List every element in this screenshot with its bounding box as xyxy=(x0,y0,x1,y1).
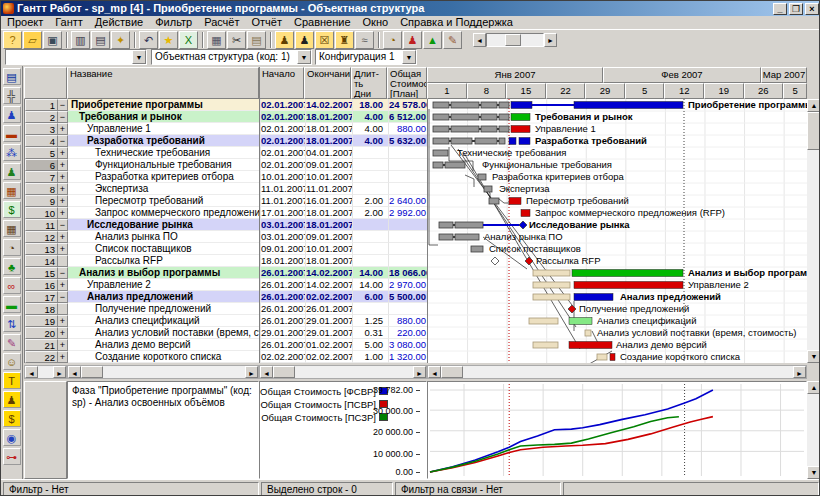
collapse-icon[interactable]: − xyxy=(58,291,68,303)
scroll-down-icon[interactable]: ▼ xyxy=(807,466,820,479)
row-number[interactable]: 14 xyxy=(25,255,58,267)
table-row[interactable]: 2−Требования и рынок02.01.200718.01.2007… xyxy=(25,111,428,123)
toolbar-scroller[interactable]: ◄► xyxy=(473,33,557,47)
expand-icon[interactable]: + xyxy=(58,339,68,351)
scrollbar-thumb[interactable] xyxy=(441,366,463,378)
executor-cost-button[interactable]: ♜ xyxy=(335,31,354,49)
task-name[interactable]: Разработка критериев отбора xyxy=(68,171,260,183)
expand-icon[interactable]: + xyxy=(58,243,68,255)
table-row[interactable]: 19+Анализ спецификаций26.01.200729.01.20… xyxy=(25,315,428,327)
expand-icon[interactable]: + xyxy=(58,327,68,339)
task-name[interactable]: Пересмотр требований xyxy=(68,195,260,207)
executors-cross-button[interactable]: ☒ xyxy=(315,31,334,49)
copy-button[interactable]: ▦ xyxy=(207,31,226,49)
dates-hscrollbar[interactable]: ◄► xyxy=(259,365,427,379)
scroll-left-icon[interactable]: ◄ xyxy=(473,33,486,47)
gantt-hscrollbar[interactable]: ◄► xyxy=(427,365,807,379)
task-name[interactable]: Анализ предложений xyxy=(68,291,260,303)
table-row[interactable]: 17−Анализ предложений26.01.200702.02.200… xyxy=(25,291,428,303)
scroll-track[interactable] xyxy=(486,33,544,47)
expand-icon[interactable]: + xyxy=(58,171,68,183)
task-name[interactable]: Управление 2 xyxy=(68,279,260,291)
row-number[interactable]: 5 xyxy=(25,147,58,159)
task-name[interactable]: Исследование рынка xyxy=(68,219,260,231)
row-number[interactable]: 6 xyxy=(25,159,58,171)
expand-icon[interactable]: + xyxy=(58,207,68,219)
expand-icon[interactable]: + xyxy=(58,147,68,159)
row-number[interactable]: 12 xyxy=(25,231,58,243)
row-number[interactable]: 2 xyxy=(25,111,58,123)
show-executors-button[interactable]: ♟ xyxy=(295,31,314,49)
works-icon[interactable]: ▬ xyxy=(3,125,21,142)
collapse-icon[interactable]: − xyxy=(58,135,68,147)
title-bar[interactable]: Гантт Работ - sp_mp [4] - Приобретение п… xyxy=(1,1,820,16)
scrollbar-thumb[interactable] xyxy=(81,366,103,378)
chain-icon[interactable]: ∞ xyxy=(3,277,21,294)
task-name[interactable]: Анализ демо версий xyxy=(68,339,260,351)
menu-item-действие[interactable]: Действие xyxy=(89,16,149,29)
materials-icon[interactable]: ▦ xyxy=(3,182,21,199)
edit-notes-icon[interactable]: ✎ xyxy=(3,334,21,351)
scrollbar-thumb[interactable] xyxy=(273,366,295,378)
task-name[interactable]: Рассылка RFP xyxy=(68,255,260,267)
people-circle-icon[interactable]: ♟ xyxy=(3,391,21,408)
expand-icon[interactable]: + xyxy=(58,159,68,171)
row-number[interactable]: 17 xyxy=(25,291,58,303)
table-row[interactable]: 15−Анализ и выбор программы26.01.200714.… xyxy=(25,267,428,279)
table-row[interactable]: 7+Разработка критериев отбора10.01.20071… xyxy=(25,171,428,183)
scroll-right-icon[interactable]: ► xyxy=(544,33,557,47)
dice-icon[interactable]: ☺ xyxy=(3,353,21,370)
scroll-up-icon[interactable]: ▲ xyxy=(807,99,820,112)
duration-column-header[interactable]: Длит-ть Дни [План] xyxy=(351,67,387,99)
cost-column-header[interactable]: Общая Стоимость [План] xyxy=(387,67,427,99)
close-button[interactable]: × xyxy=(805,3,819,15)
table-row[interactable]: 14Рассылка RFP18.01.200718.01.2007 xyxy=(25,255,428,267)
undo-button[interactable]: ↶ xyxy=(139,31,158,49)
configuration-select[interactable]: Конфигурация 1▼ xyxy=(315,49,417,65)
row-number[interactable]: 3 xyxy=(25,123,58,135)
table-row[interactable]: 6+Функциональные требования02.01.200709.… xyxy=(25,159,428,171)
filter-circle-icon[interactable]: T xyxy=(3,372,21,389)
expand-icon[interactable]: + xyxy=(58,183,68,195)
start-column-header[interactable]: Начало xyxy=(259,67,304,99)
collapse-icon[interactable]: − xyxy=(58,219,68,231)
progress-button[interactable]: ▲ xyxy=(423,31,442,49)
people-icon[interactable]: ⁂ xyxy=(3,144,21,161)
table-row[interactable]: 8+Экспертиза11.01.200711.01.2007 xyxy=(25,183,428,195)
menu-item-справка-и-поддержка[interactable]: Справка и Поддержка xyxy=(394,16,519,29)
progress-bar-icon[interactable]: ▬ xyxy=(3,296,21,313)
table-row[interactable]: 22+Создание короткого списка02.02.200702… xyxy=(25,351,428,363)
links-button[interactable]: ≈ xyxy=(355,31,374,49)
chart-vertical-scrollbar[interactable]: ▲ ▼ xyxy=(807,381,820,479)
notes-button[interactable]: ✎ xyxy=(443,31,462,49)
calendar-clock-icon[interactable]: ◔ xyxy=(3,239,21,256)
task-name[interactable]: Запрос коммерческого предложения (RFP) xyxy=(68,207,260,219)
task-name[interactable]: Разработка требований xyxy=(68,135,260,147)
expand-icon[interactable]: + xyxy=(58,231,68,243)
save-button[interactable]: ▣ xyxy=(43,31,62,49)
row-number[interactable]: 16 xyxy=(25,279,58,291)
row-number[interactable]: 11 xyxy=(25,219,58,231)
task-name[interactable]: Анализ спецификаций xyxy=(68,315,260,327)
scroll-left-icon[interactable]: ◄ xyxy=(68,366,81,378)
scroll-right-icon[interactable]: ► xyxy=(245,366,258,378)
gantt-vertical-scrollbar[interactable]: ▲ ▼ xyxy=(807,99,820,363)
team-icon[interactable]: ♟ xyxy=(3,106,21,123)
table-row[interactable]: 13+Список поставщиков09.01.200710.01.200… xyxy=(25,243,428,255)
row-number[interactable]: 10 xyxy=(25,207,58,219)
cost-circle-icon[interactable]: $ xyxy=(3,410,21,427)
gantt-chart[interactable]: Приобретение программыТребования и рынок… xyxy=(427,99,807,363)
expand-icon[interactable]: + xyxy=(58,279,68,291)
table-row[interactable]: 5+Технические требования02.01.200704.01.… xyxy=(25,147,428,159)
task-name[interactable]: Список поставщиков xyxy=(68,243,260,255)
task-name[interactable]: Функциональные требования xyxy=(68,159,260,171)
name-column-header[interactable]: Название xyxy=(67,67,259,99)
task-name[interactable]: Требования и рынок xyxy=(68,111,260,123)
menu-item-гантт[interactable]: Гантт xyxy=(49,16,89,29)
task-name[interactable]: Управление 1 xyxy=(68,123,260,135)
numbers-hscrollbar[interactable]: ◄► xyxy=(24,365,67,379)
scroll-right-icon[interactable]: ► xyxy=(793,366,806,378)
resources-button[interactable]: ♟ xyxy=(403,31,422,49)
row-number[interactable]: 19 xyxy=(25,315,58,327)
settings-button[interactable]: ✦ xyxy=(111,31,130,49)
